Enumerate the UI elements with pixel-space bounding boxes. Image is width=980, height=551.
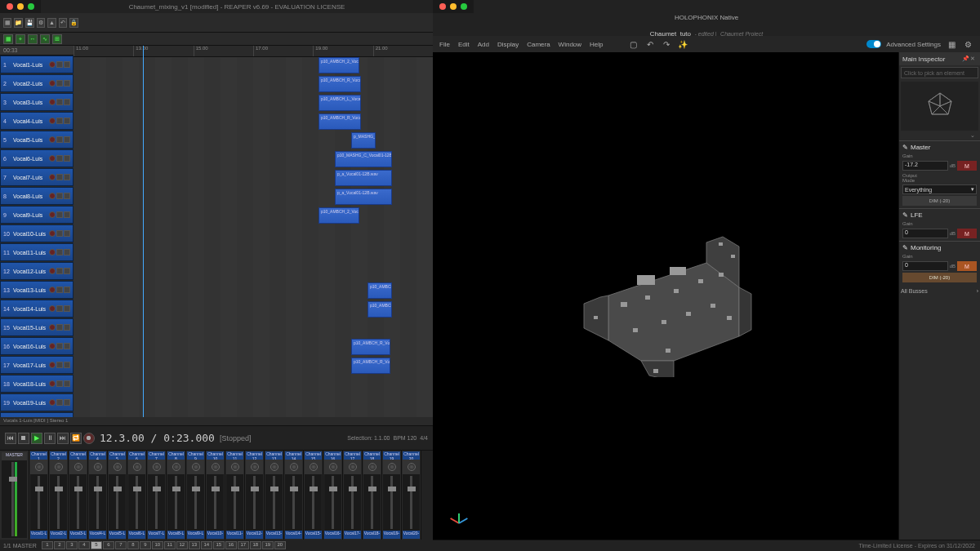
page-button[interactable]: 3 — [66, 541, 78, 549]
mute-button[interactable] — [56, 380, 63, 387]
mixer-channel[interactable]: Channel 7 Vocal7-L — [147, 451, 167, 540]
mixer-channel[interactable]: Channel 19 Vocal19- — [382, 451, 402, 540]
mixer-channel[interactable]: Channel 16 Vocal16- — [323, 451, 343, 540]
page-button[interactable]: 16 — [225, 541, 237, 549]
track-row[interactable]: 16 Vocal16-Luis — [0, 337, 74, 355]
mute-button[interactable] — [56, 324, 63, 331]
channel-fader[interactable] — [55, 487, 63, 491]
solo-button[interactable] — [64, 399, 70, 406]
solo-button[interactable] — [64, 61, 70, 68]
page-button[interactable]: 20 — [274, 541, 286, 549]
channel-fader[interactable] — [153, 487, 161, 491]
audio-clip[interactable]: p10_AMBCH_2_Vocal — [368, 282, 392, 299]
solo-button[interactable] — [64, 343, 70, 349]
close-icon[interactable] — [7, 3, 13, 10]
metronome-button[interactable]: ▲ — [47, 18, 56, 28]
audio-clip[interactable]: p_MASHG_Vocal5 — [351, 132, 376, 149]
menu-window[interactable]: Window — [559, 41, 581, 48]
bpm-display[interactable]: BPM 120 — [393, 435, 416, 441]
pan-knob[interactable] — [310, 463, 318, 471]
mixer-channel[interactable]: Channel 10 Vocal10- — [206, 451, 225, 540]
maximize-icon[interactable] — [461, 3, 467, 10]
page-button[interactable]: 17 — [238, 541, 249, 549]
record-arm-button[interactable] — [49, 155, 56, 162]
pan-knob[interactable] — [212, 463, 220, 471]
master-fader[interactable] — [9, 477, 17, 482]
magic-wand-icon[interactable]: ✨ — [677, 38, 688, 50]
menu-help[interactable]: Help — [590, 41, 603, 48]
channel-fader[interactable] — [172, 487, 180, 491]
stop-button[interactable]: ⏹ — [18, 433, 29, 444]
output-mode-select[interactable]: Everything▾ — [902, 184, 977, 194]
pan-knob[interactable] — [388, 463, 396, 471]
solo-button[interactable] — [64, 305, 70, 312]
page-button[interactable]: 15 — [213, 541, 225, 549]
pan-knob[interactable] — [290, 463, 298, 471]
mute-button[interactable] — [56, 80, 63, 87]
track-name[interactable]: Vocal16-Luis — [13, 344, 47, 349]
env-button[interactable]: ∿ — [40, 34, 50, 44]
mute-button[interactable] — [56, 343, 63, 349]
track-row[interactable]: 6 Vocal6-Luis — [0, 149, 74, 167]
record-arm-button[interactable] — [49, 136, 56, 143]
mixer-channel[interactable]: Channel 12 Vocal12- — [245, 451, 265, 540]
mixer-channel[interactable]: Channel 11 Vocal11- — [225, 451, 245, 540]
pan-knob[interactable] — [251, 463, 259, 471]
mute-button[interactable] — [56, 362, 63, 368]
advanced-toggle[interactable] — [866, 40, 881, 48]
page-button[interactable]: 13 — [189, 541, 200, 549]
lock-button[interactable]: 🔒 — [69, 18, 78, 28]
group-button[interactable]: ⊞ — [52, 34, 62, 44]
close-icon[interactable]: ✕ — [970, 56, 977, 62]
mixer-channel[interactable]: Channel 5 Vocal5-L — [108, 451, 127, 540]
track-name[interactable]: Vocal6-Luis — [13, 156, 47, 162]
mixer-channel[interactable]: Channel 13 Vocal13- — [265, 451, 284, 540]
pan-knob[interactable] — [329, 463, 337, 471]
timesig-display[interactable]: 4/4 — [420, 435, 428, 441]
channel-fader[interactable] — [231, 487, 239, 491]
track-row[interactable]: 9 Vocal9-Luis — [0, 206, 74, 224]
channel-fader[interactable] — [349, 487, 357, 491]
page-button[interactable]: 7 — [115, 541, 127, 549]
pan-knob[interactable] — [231, 463, 239, 471]
track-row[interactable]: 10 Vocal10-Luis — [0, 224, 74, 242]
audio-clip[interactable]: p10_AMBCH_R_Vocal01.wav — [351, 358, 390, 374]
track-name[interactable]: Vocal1-Luis — [13, 62, 47, 68]
track-name[interactable]: Vocal12-Luis — [13, 269, 47, 274]
mixer-channel[interactable]: Channel 6 Vocal6-L — [127, 451, 147, 540]
solo-button[interactable] — [64, 324, 70, 331]
track-row[interactable]: 5 Vocal5-Luis — [0, 131, 74, 149]
mute-button[interactable] — [56, 305, 63, 312]
pin-icon[interactable]: 📌 — [962, 56, 969, 62]
mute-button[interactable] — [56, 174, 63, 180]
page-button[interactable]: 10 — [152, 541, 163, 549]
pan-knob[interactable] — [153, 463, 161, 471]
mute-button[interactable] — [56, 118, 63, 124]
page-button[interactable]: 8 — [127, 541, 139, 549]
track-row[interactable]: 8 Vocal8-Luis — [0, 187, 74, 205]
record-arm-button[interactable] — [49, 211, 56, 218]
channel-fader[interactable] — [133, 487, 141, 491]
audio-clip[interactable]: p10_AMBCH_R_Vocal01.wav — [351, 339, 390, 355]
channel-fader[interactable] — [290, 487, 298, 491]
track-row[interactable]: 12 Vocal12-Luis — [0, 262, 74, 280]
mute-button[interactable] — [56, 268, 63, 274]
solo-button[interactable] — [64, 362, 70, 368]
maximize-icon[interactable] — [28, 3, 34, 10]
track-name[interactable]: Vocal17-Luis — [13, 362, 47, 368]
layout-icon[interactable]: ▦ — [946, 38, 957, 50]
audio-clip[interactable]: p10_AMBCH_2_Vocal03.wav — [318, 207, 359, 224]
track-name[interactable]: Vocal2-Luis — [13, 81, 47, 87]
loop-button[interactable]: 🔁 — [70, 433, 82, 444]
channel-fader[interactable] — [368, 487, 376, 491]
page-button[interactable]: 19 — [262, 541, 274, 549]
channel-fader[interactable] — [329, 487, 337, 491]
page-button[interactable]: 5 — [91, 541, 102, 549]
record-arm-button[interactable] — [49, 118, 56, 124]
page-button[interactable]: 2 — [54, 541, 65, 549]
record-arm-button[interactable] — [49, 99, 56, 105]
track-row[interactable]: 2 Vocal2-Luis — [0, 74, 74, 92]
mute-button[interactable] — [56, 287, 63, 293]
menu-file[interactable]: File — [439, 41, 450, 48]
audio-clip[interactable]: p_a_Vocal01-12B.wav — [335, 189, 392, 205]
